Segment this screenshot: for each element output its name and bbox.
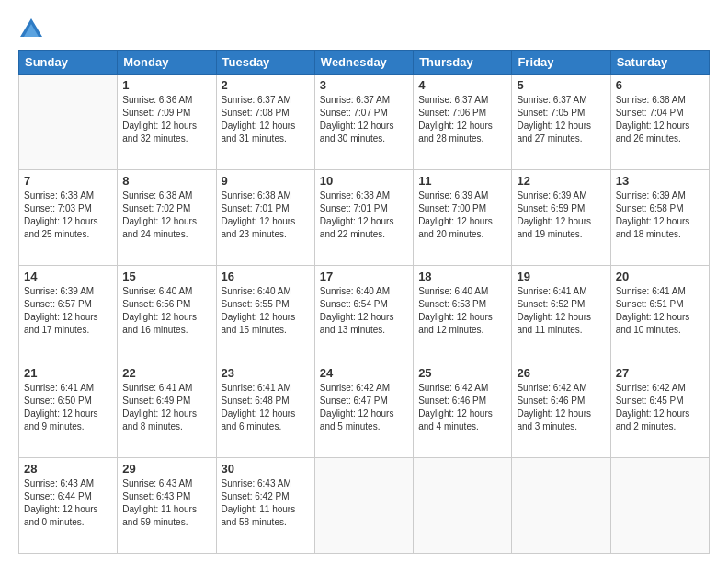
day-number: 28 [24,462,112,476]
day-number: 14 [24,270,112,283]
logo-icon [18,17,44,42]
calendar-cell [610,457,709,553]
day-number: 19 [517,270,605,283]
calendar-cell [512,457,610,553]
day-number: 2 [222,78,310,92]
calendar-cell: 11Sunrise: 6:39 AM Sunset: 7:00 PM Dayli… [414,170,512,266]
day-number: 5 [517,78,605,92]
day-info: Sunrise: 6:43 AM Sunset: 6:42 PM Dayligh… [222,477,310,529]
header-saturday: Saturday [610,51,709,75]
calendar-week-row: 14Sunrise: 6:39 AM Sunset: 6:57 PM Dayli… [19,266,710,362]
day-info: Sunrise: 6:37 AM Sunset: 7:05 PM Dayligh… [517,94,605,145]
day-number: 29 [122,462,210,476]
day-info: Sunrise: 6:40 AM Sunset: 6:55 PM Dayligh… [222,285,310,337]
day-info: Sunrise: 6:37 AM Sunset: 7:08 PM Dayligh… [222,94,310,145]
calendar-cell: 9Sunrise: 6:38 AM Sunset: 7:01 PM Daylig… [216,170,314,266]
calendar-cell: 15Sunrise: 6:40 AM Sunset: 6:56 PM Dayli… [118,266,216,362]
day-info: Sunrise: 6:41 AM Sunset: 6:51 PM Dayligh… [616,285,704,337]
calendar-cell: 18Sunrise: 6:40 AM Sunset: 6:53 PM Dayli… [414,266,512,362]
day-number: 15 [122,270,210,283]
day-info: Sunrise: 6:40 AM Sunset: 6:53 PM Dayligh… [418,285,506,337]
day-info: Sunrise: 6:41 AM Sunset: 6:52 PM Dayligh… [517,285,605,337]
calendar-week-row: 1Sunrise: 6:36 AM Sunset: 7:09 PM Daylig… [19,75,710,170]
day-number: 30 [222,462,310,476]
calendar-cell: 2Sunrise: 6:37 AM Sunset: 7:08 PM Daylig… [216,75,314,170]
day-number: 7 [24,174,112,188]
day-number: 10 [320,174,408,188]
day-number: 27 [616,366,704,380]
day-info: Sunrise: 6:37 AM Sunset: 7:06 PM Dayligh… [418,94,506,145]
day-number: 9 [222,174,310,188]
calendar-cell: 10Sunrise: 6:38 AM Sunset: 7:01 PM Dayli… [314,170,413,266]
calendar-cell: 5Sunrise: 6:37 AM Sunset: 7:05 PM Daylig… [512,75,610,170]
day-number: 26 [517,366,605,380]
day-info: Sunrise: 6:38 AM Sunset: 7:01 PM Dayligh… [222,190,310,241]
day-info: Sunrise: 6:38 AM Sunset: 7:04 PM Dayligh… [616,94,704,145]
day-info: Sunrise: 6:38 AM Sunset: 7:01 PM Dayligh… [320,190,408,241]
header-friday: Friday [512,51,610,75]
calendar-cell: 12Sunrise: 6:39 AM Sunset: 6:59 PM Dayli… [512,170,610,266]
calendar-cell: 29Sunrise: 6:43 AM Sunset: 6:43 PM Dayli… [118,457,216,553]
calendar-cell: 7Sunrise: 6:38 AM Sunset: 7:03 PM Daylig… [19,170,118,266]
calendar-cell: 25Sunrise: 6:42 AM Sunset: 6:46 PM Dayli… [414,362,512,457]
calendar-week-row: 7Sunrise: 6:38 AM Sunset: 7:03 PM Daylig… [19,170,710,266]
calendar-cell: 30Sunrise: 6:43 AM Sunset: 6:42 PM Dayli… [216,457,314,553]
calendar-cell: 14Sunrise: 6:39 AM Sunset: 6:57 PM Dayli… [19,266,118,362]
day-number: 16 [222,270,310,283]
header-wednesday: Wednesday [314,51,413,75]
day-info: Sunrise: 6:41 AM Sunset: 6:48 PM Dayligh… [222,382,310,433]
day-info: Sunrise: 6:43 AM Sunset: 6:43 PM Dayligh… [122,477,210,529]
day-info: Sunrise: 6:42 AM Sunset: 6:46 PM Dayligh… [517,382,605,433]
day-number: 4 [418,78,506,92]
calendar-cell: 17Sunrise: 6:40 AM Sunset: 6:54 PM Dayli… [314,266,413,362]
day-number: 17 [320,270,408,283]
calendar-cell: 27Sunrise: 6:42 AM Sunset: 6:45 PM Dayli… [610,362,709,457]
calendar-cell [414,457,512,553]
day-info: Sunrise: 6:42 AM Sunset: 6:45 PM Dayligh… [616,382,704,433]
day-info: Sunrise: 6:38 AM Sunset: 7:02 PM Dayligh… [122,190,210,241]
calendar-cell: 4Sunrise: 6:37 AM Sunset: 7:06 PM Daylig… [414,75,512,170]
calendar-cell: 19Sunrise: 6:41 AM Sunset: 6:52 PM Dayli… [512,266,610,362]
page-header [18,17,710,42]
calendar-cell: 21Sunrise: 6:41 AM Sunset: 6:50 PM Dayli… [19,362,118,457]
day-number: 11 [418,174,506,188]
day-info: Sunrise: 6:40 AM Sunset: 6:54 PM Dayligh… [320,285,408,337]
calendar-cell: 23Sunrise: 6:41 AM Sunset: 6:48 PM Dayli… [216,362,314,457]
day-info: Sunrise: 6:40 AM Sunset: 6:56 PM Dayligh… [122,285,210,337]
calendar-cell: 26Sunrise: 6:42 AM Sunset: 6:46 PM Dayli… [512,362,610,457]
calendar-cell: 3Sunrise: 6:37 AM Sunset: 7:07 PM Daylig… [314,75,413,170]
day-number: 12 [517,174,605,188]
calendar-week-row: 28Sunrise: 6:43 AM Sunset: 6:44 PM Dayli… [19,457,710,553]
day-info: Sunrise: 6:37 AM Sunset: 7:07 PM Dayligh… [320,94,408,145]
day-info: Sunrise: 6:42 AM Sunset: 6:47 PM Dayligh… [320,382,408,433]
day-number: 8 [122,174,210,188]
day-number: 20 [616,270,704,283]
calendar-cell: 28Sunrise: 6:43 AM Sunset: 6:44 PM Dayli… [19,457,118,553]
day-info: Sunrise: 6:41 AM Sunset: 6:49 PM Dayligh… [122,382,210,433]
header-tuesday: Tuesday [216,51,314,75]
day-number: 3 [320,78,408,92]
day-number: 22 [122,366,210,380]
calendar-cell: 1Sunrise: 6:36 AM Sunset: 7:09 PM Daylig… [118,75,216,170]
day-info: Sunrise: 6:39 AM Sunset: 6:58 PM Dayligh… [616,190,704,241]
calendar-week-row: 21Sunrise: 6:41 AM Sunset: 6:50 PM Dayli… [19,362,710,457]
weekday-header-row: Sunday Monday Tuesday Wednesday Thursday… [19,51,710,75]
day-number: 21 [24,366,112,380]
day-info: Sunrise: 6:36 AM Sunset: 7:09 PM Dayligh… [122,94,210,145]
calendar-table: Sunday Monday Tuesday Wednesday Thursday… [18,50,710,554]
day-info: Sunrise: 6:39 AM Sunset: 6:57 PM Dayligh… [24,285,112,337]
calendar-cell: 13Sunrise: 6:39 AM Sunset: 6:58 PM Dayli… [610,170,709,266]
calendar-cell: 24Sunrise: 6:42 AM Sunset: 6:47 PM Dayli… [314,362,413,457]
day-number: 6 [616,78,704,92]
header-thursday: Thursday [414,51,512,75]
day-info: Sunrise: 6:39 AM Sunset: 7:00 PM Dayligh… [418,190,506,241]
calendar-cell: 16Sunrise: 6:40 AM Sunset: 6:55 PM Dayli… [216,266,314,362]
day-number: 18 [418,270,506,283]
day-info: Sunrise: 6:38 AM Sunset: 7:03 PM Dayligh… [24,190,112,241]
day-info: Sunrise: 6:42 AM Sunset: 6:46 PM Dayligh… [418,382,506,433]
day-info: Sunrise: 6:43 AM Sunset: 6:44 PM Dayligh… [24,477,112,529]
day-number: 25 [418,366,506,380]
calendar-cell: 22Sunrise: 6:41 AM Sunset: 6:49 PM Dayli… [118,362,216,457]
logo [18,17,46,42]
header-sunday: Sunday [19,51,118,75]
